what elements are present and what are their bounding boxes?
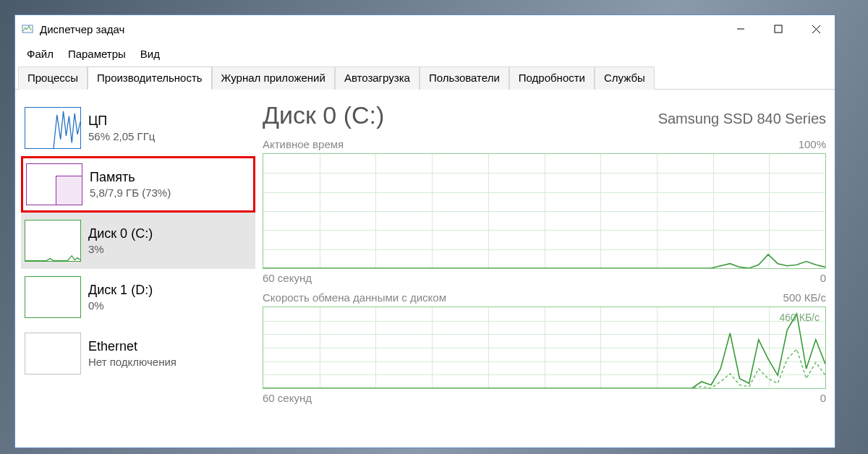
sidebar: ЦП 56% 2,05 ГГц Память 5,8/7,9 ГБ (73%) <box>15 90 255 447</box>
sidebar-item-disk1[interactable]: Диск 1 (D:) 0% <box>21 269 255 325</box>
memory-mini-chart <box>26 163 82 205</box>
menu-file[interactable]: Файл <box>20 46 61 61</box>
main-panel: Диск 0 (C:) Samsung SSD 840 Series Актив… <box>255 90 835 447</box>
main-subtitle: Samsung SSD 840 Series <box>658 111 826 127</box>
ethernet-mini-chart <box>25 333 81 374</box>
sidebar-disk0-sub: 3% <box>88 242 153 257</box>
sidebar-item-disk0[interactable]: Диск 0 (C:) 3% <box>21 213 255 269</box>
sidebar-memory-sub: 5,8/7,9 ГБ (73%) <box>90 186 171 200</box>
chart1-label: Активное время <box>263 138 344 150</box>
main-title: Диск 0 (C:) <box>263 101 384 129</box>
tab-details[interactable]: Подробности <box>509 67 595 90</box>
tab-performance[interactable]: Производительность <box>88 67 212 90</box>
content: ЦП 56% 2,05 ГГц Память 5,8/7,9 ГБ (73%) <box>15 90 835 447</box>
window-title: Диспетчер задач <box>40 23 124 35</box>
transfer-rate-chart: 460 КБ/с <box>263 307 826 389</box>
disk0-mini-chart <box>25 220 81 262</box>
chart1-xright: 0 <box>820 272 826 284</box>
maximize-button[interactable] <box>760 17 797 41</box>
chart1-max: 100% <box>799 138 826 150</box>
active-time-chart-block: Активное время 100% 60 секунд 0 <box>263 138 826 284</box>
menubar: Файл Параметры Вид <box>15 43 835 64</box>
active-time-chart <box>263 153 826 269</box>
chart2-label: Скорость обмена данными с диском <box>263 291 446 304</box>
tab-processes[interactable]: Процессы <box>18 67 88 90</box>
chart2-xright: 0 <box>820 392 826 404</box>
svg-rect-2 <box>775 25 782 33</box>
tab-users[interactable]: Пользователи <box>420 67 509 90</box>
minimize-button[interactable] <box>722 17 760 41</box>
sidebar-item-memory[interactable]: Память 5,8/7,9 ГБ (73%) <box>21 156 255 213</box>
titlebar: Диспетчер задач <box>15 15 835 43</box>
sidebar-disk1-sub: 0% <box>88 299 153 313</box>
transfer-rate-chart-block: Скорость обмена данными с диском 500 КБ/… <box>263 291 826 404</box>
sidebar-ethernet-sub: Нет подключения <box>88 355 176 369</box>
tabbar: Процессы Производительность Журнал прило… <box>15 66 835 90</box>
sidebar-ethernet-title: Ethernet <box>88 338 176 355</box>
sidebar-item-ethernet[interactable]: Ethernet Нет подключения <box>21 325 255 382</box>
sidebar-item-cpu[interactable]: ЦП 56% 2,05 ГГц <box>21 100 255 156</box>
chart2-xleft: 60 секунд <box>263 392 312 404</box>
task-manager-window: Диспетчер задач Файл Параметры Вид Проце… <box>14 14 835 448</box>
chart1-xleft: 60 секунд <box>263 272 312 284</box>
menu-options[interactable]: Параметры <box>61 46 133 61</box>
sidebar-cpu-title: ЦП <box>88 112 155 129</box>
sidebar-disk0-title: Диск 0 (C:) <box>88 225 153 242</box>
sidebar-disk1-title: Диск 1 (D:) <box>88 281 153 299</box>
tab-services[interactable]: Службы <box>595 67 655 90</box>
sidebar-cpu-sub: 56% 2,05 ГГц <box>88 129 155 144</box>
tab-app-history[interactable]: Журнал приложений <box>212 67 335 90</box>
app-icon <box>21 22 34 35</box>
window-controls <box>722 17 835 41</box>
disk1-mini-chart <box>25 276 81 318</box>
tab-startup[interactable]: Автозагрузка <box>335 67 420 90</box>
menu-view[interactable]: Вид <box>133 46 167 61</box>
cpu-mini-chart <box>25 107 81 149</box>
close-button[interactable] <box>797 17 835 41</box>
chart2-max: 500 КБ/с <box>783 291 826 304</box>
sidebar-memory-title: Память <box>90 168 171 186</box>
